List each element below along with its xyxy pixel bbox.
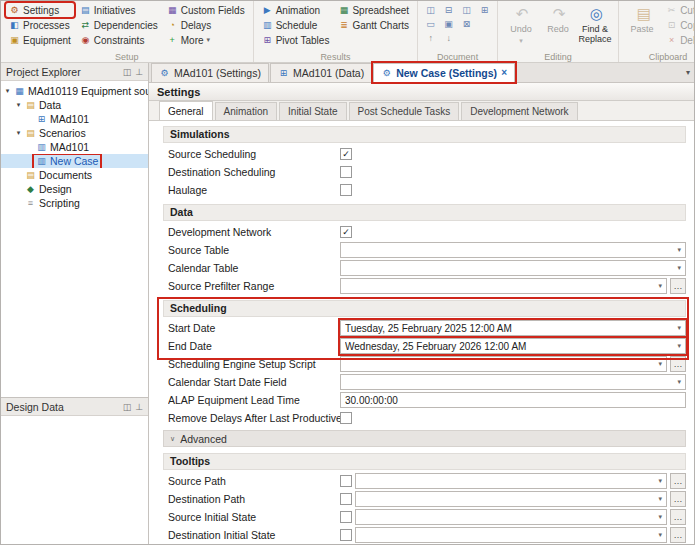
calendar-table-combo[interactable]: ▾ <box>340 260 686 276</box>
form-row-source-path: Source Path▾… <box>163 473 686 489</box>
start-date-combo[interactable]: Tuesday, 25 February 2025 12:00 AM▾ <box>340 320 686 336</box>
tree-item-data[interactable]: ▾▤Data <box>1 98 148 112</box>
tree-item-mad101[interactable]: ⊞MAd101 <box>1 112 148 126</box>
scheduling-engine-setup-script-ellipsis-button[interactable]: … <box>670 356 686 372</box>
ribbon-button-window-new[interactable]: ▭ <box>423 17 438 30</box>
ribbon-button-initiatives[interactable]: ▤Initiatives <box>77 3 161 17</box>
tree-item-new-case[interactable]: ▥New Case <box>1 154 148 168</box>
data-tab-icon: ⊞ <box>278 68 289 78</box>
window-icon[interactable]: ◫ <box>123 402 132 412</box>
source-prefilter-range-combo[interactable]: ▾ <box>340 278 667 294</box>
ribbon-button-undo[interactable]: ↶Undo▾ <box>503 3 539 49</box>
ribbon-group-clipboard: ▤Paste✂Cut⊡Copy×DeleteClipboard <box>619 1 694 62</box>
subtab-post-schedule-tasks[interactable]: Post Schedule Tasks <box>349 102 460 120</box>
design-data-titlebar: Design Data ◫ ⊥ <box>1 398 148 416</box>
ribbon-button-gantt-charts[interactable]: ≣Gantt Charts <box>335 18 412 32</box>
source-scheduling-checkbox[interactable]: ✓ <box>340 148 352 160</box>
subtab-general[interactable]: General <box>159 101 213 120</box>
subtab-development-network[interactable]: Development Network <box>461 102 577 120</box>
advanced-expander[interactable]: ∨Advanced <box>163 430 686 447</box>
alap-equipment-lead-time-input[interactable]: 30.00:00:00 <box>340 392 686 408</box>
ribbon-button-cut[interactable]: ✂Cut <box>663 3 694 17</box>
source-initial-state-ellipsis-button[interactable]: … <box>670 509 686 525</box>
form-row-destination-initial-state: Destination Initial State▾… <box>163 527 686 543</box>
ribbon-button-more[interactable]: +More▾ <box>164 33 248 47</box>
source-path-checkbox[interactable] <box>340 475 352 487</box>
source-path-ellipsis-button[interactable]: … <box>670 473 686 489</box>
ribbon-button-window-split[interactable]: ◫ <box>423 3 438 16</box>
development-network-checkbox[interactable]: ✓ <box>340 226 352 238</box>
ribbon-button-window-close[interactable]: ⊠ <box>459 17 474 30</box>
ribbon-button-paste[interactable]: ▤Paste <box>624 3 660 49</box>
tab-new-case-settings[interactable]: ⚙New Case (Settings)× <box>373 63 515 82</box>
tab-mad101-settings[interactable]: ⚙MAd101 (Settings) <box>151 63 269 82</box>
end-date-combo[interactable]: Wednesday, 25 February 2026 12:00 AM▾ <box>340 338 686 354</box>
pin-icon[interactable]: ⊥ <box>135 402 143 412</box>
ribbon-button-pivot-tables[interactable]: ⊞Pivot Tables <box>259 33 333 47</box>
tree-item-mad10119-equipment-source-path-advan[interactable]: ▾▦MAd10119 Equipment source path.advan..… <box>1 84 148 98</box>
ribbon-button-window-cascade[interactable]: ▣ <box>441 17 456 30</box>
close-icon[interactable]: × <box>501 68 507 78</box>
form-row-source-prefilter-range: Source Prefilter Range▾… <box>163 278 686 294</box>
tab-mad101-data[interactable]: ⊞MAd101 (Data) <box>270 63 372 82</box>
tree-item-mad101[interactable]: ▥MAd101 <box>1 140 148 154</box>
ribbon-button-equipment[interactable]: ▣Equipment <box>6 33 74 47</box>
destination-path-combo[interactable]: ▾ <box>355 491 667 507</box>
ribbon-button-copy[interactable]: ⊡Copy <box>663 18 694 32</box>
tree-item-label: Scenarios <box>39 127 86 139</box>
initiatives-icon: ▤ <box>80 5 91 15</box>
pin-icon[interactable]: ⊥ <box>135 67 143 77</box>
window-icon[interactable]: ◫ <box>123 67 132 77</box>
tree-item-documents[interactable]: ▤Documents <box>1 168 148 182</box>
tree-item-scenarios[interactable]: ▾▤Scenarios <box>1 126 148 140</box>
destination-initial-state-combo[interactable]: ▾ <box>355 527 667 543</box>
ribbon-button-dependencies[interactable]: ⇄Dependencies <box>77 18 161 32</box>
animation-icon: ▶ <box>262 5 273 15</box>
ribbon-button-settings[interactable]: ⚙Settings <box>6 3 74 17</box>
subtab-animation[interactable]: Animation <box>215 102 277 120</box>
tree-item-label: Data <box>39 99 61 111</box>
haulage-checkbox[interactable] <box>340 184 352 196</box>
calendar-start-date-field-combo[interactable]: ▾ <box>340 374 686 390</box>
destination-path-ellipsis-button[interactable]: … <box>670 491 686 507</box>
ribbon-button-schedule[interactable]: ▥Schedule <box>259 18 333 32</box>
ribbon-button-window-vertical[interactable]: ◫ <box>459 3 474 16</box>
destination-scheduling-checkbox[interactable] <box>340 166 352 178</box>
subtab-initial-state[interactable]: Initial State <box>279 102 346 120</box>
destination-initial-state-checkbox[interactable] <box>340 529 352 541</box>
tree-expand-icon[interactable]: ▾ <box>3 87 12 95</box>
form-label: Development Network <box>168 226 340 238</box>
ribbon-button-label: Equipment <box>23 35 71 46</box>
source-initial-state-combo[interactable]: ▾ <box>355 509 667 525</box>
ribbon-button-delete[interactable]: ×Delete <box>663 33 694 47</box>
ribbon-button-move-up[interactable]: ↑ <box>423 31 438 44</box>
tree-expand-icon[interactable]: ▾ <box>14 129 23 137</box>
source-initial-state-checkbox[interactable] <box>340 511 352 523</box>
ribbon-button-window-horizontal[interactable]: ⊟ <box>441 3 456 16</box>
ribbon-button-constraints[interactable]: ◉Constraints <box>77 33 161 47</box>
ribbon-button-move-down[interactable]: ↓ <box>441 31 456 44</box>
ribbon-button-window-grid[interactable]: ⊞ <box>477 3 492 16</box>
destination-initial-state-ellipsis-button[interactable]: … <box>670 527 686 543</box>
ribbon-button-label: Initiatives <box>94 5 136 16</box>
source-table-combo[interactable]: ▾ <box>340 242 686 258</box>
source-path-combo[interactable]: ▾ <box>355 473 667 489</box>
ribbon-button-find-replace[interactable]: ◎Find & Replace <box>577 3 613 49</box>
remove-delays-after-last-productive-task-checkbox[interactable] <box>340 412 352 424</box>
ribbon-button-custom-fields[interactable]: ▦Custom Fields <box>164 3 248 17</box>
destination-path-checkbox[interactable] <box>340 493 352 505</box>
ribbon-button-spreadsheet[interactable]: ▦Spreadsheet <box>335 3 412 17</box>
tab-overflow-chevron-down-icon[interactable]: ▾ <box>686 68 690 77</box>
tree-item-content: ▦MAd10119 Equipment source path.advan... <box>12 85 148 98</box>
form-row-remove-delays-after-last-productive-task: Remove Delays After Last Productive Task <box>163 410 686 426</box>
chevron-down-icon: ∨ <box>170 435 175 443</box>
scheduling-engine-setup-script-combo[interactable]: ▾ <box>340 356 667 372</box>
tree-item-design[interactable]: ◆Design <box>1 182 148 196</box>
ribbon-button-redo[interactable]: ↷Redo <box>540 3 576 49</box>
ribbon-button-processes[interactable]: ◧Processes <box>6 18 74 32</box>
ribbon-button-delays[interactable]: ◔Delays <box>164 18 248 32</box>
tree-item-scripting[interactable]: ≡Scripting <box>1 196 148 210</box>
tree-expand-icon[interactable]: ▾ <box>14 101 23 109</box>
ribbon-button-animation[interactable]: ▶Animation <box>259 3 333 17</box>
source-prefilter-range-ellipsis-button[interactable]: … <box>670 278 686 294</box>
